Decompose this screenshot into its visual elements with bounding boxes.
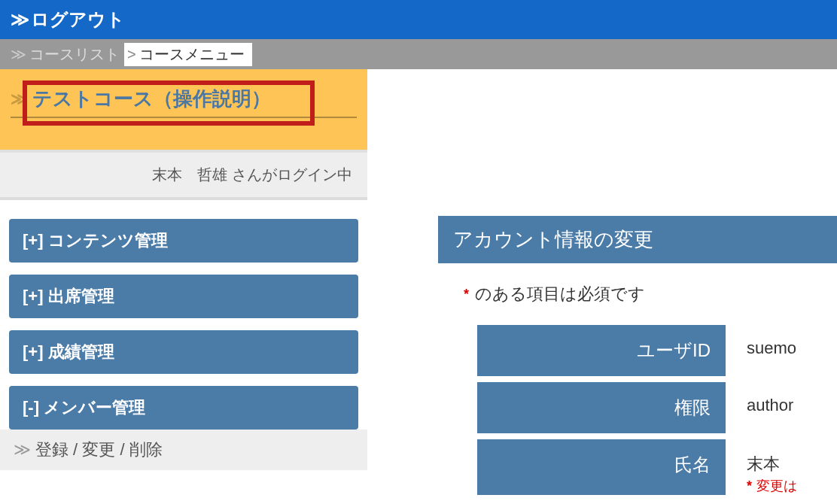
asterisk-icon: * — [464, 287, 469, 302]
breadcrumb-course-menu[interactable]: > コースメニュー — [124, 43, 252, 66]
spacer — [0, 198, 367, 219]
change-note-text: 変更は — [756, 478, 797, 493]
submenu-register-edit-delete[interactable]: ≫ 登録 / 変更 / 削除 — [0, 430, 367, 470]
menu-content-management[interactable]: [+] コンテンツ管理 — [9, 219, 358, 263]
form-value-name: 末本 * 変更は — [726, 439, 797, 495]
submenu-label: 登録 / 変更 / 削除 — [35, 439, 163, 461]
chevron-icon: > — [127, 46, 136, 63]
breadcrumb-label: コースメニュー — [139, 44, 245, 65]
chevron-icon: ≫ — [11, 9, 26, 30]
chevron-icon: ≫ — [11, 90, 28, 109]
course-title: ≫ テストコース（操作説明） — [11, 86, 357, 112]
menu-grades-management[interactable]: [+] 成績管理 — [9, 330, 358, 374]
breadcrumb-label: コースリスト — [29, 44, 120, 65]
body: ≫ テストコース（操作説明） 末本 哲雄 さんがログイン中 [+] コンテンツ管… — [0, 69, 837, 504]
login-status: 末本 哲雄 さんがログイン中 — [0, 150, 367, 198]
form-row-user-id: ユーザID suemo — [477, 325, 837, 376]
form-table: ユーザID suemo 権限 author 氏名 末本 * 変更は — [477, 325, 837, 495]
main-content: アカウント情報の変更 * のある項目は必須です ユーザID suemo 権限 a… — [367, 69, 837, 504]
divider — [11, 117, 357, 118]
form-label-user-id: ユーザID — [477, 325, 726, 376]
menu-attendance-management[interactable]: [+] 出席管理 — [9, 275, 358, 318]
form-label-name: 氏名 — [477, 439, 726, 495]
form-value-role: author — [726, 382, 793, 433]
form-label-role: 権限 — [477, 382, 726, 433]
chevron-icon: ≫ — [11, 45, 26, 63]
chevron-icon: ≫ — [14, 440, 31, 460]
name-value-text: 末本 — [747, 453, 797, 475]
course-title-section: ≫ テストコース（操作説明） — [0, 69, 367, 150]
top-bar: ≫ ログアウト — [0, 0, 837, 39]
sidebar: ≫ テストコース（操作説明） 末本 哲雄 さんがログイン中 [+] コンテンツ管… — [0, 69, 367, 504]
required-note: * のある項目は必須です — [438, 263, 837, 325]
logout-link[interactable]: ログアウト — [31, 8, 125, 32]
form-row-name: 氏名 末本 * 変更は — [477, 439, 837, 495]
menu-member-management[interactable]: [-] メンバー管理 — [9, 386, 358, 430]
form-row-role: 権限 author — [477, 382, 837, 433]
breadcrumb-course-list[interactable]: ≫ コースリスト — [11, 44, 120, 65]
required-note-text: のある項目は必須です — [475, 283, 645, 305]
panel-title: アカウント情報の変更 — [438, 216, 837, 263]
course-title-text: テストコース（操作説明） — [32, 86, 271, 112]
breadcrumb: ≫ コースリスト > コースメニュー — [0, 39, 837, 69]
account-change-panel: アカウント情報の変更 * のある項目は必須です ユーザID suemo 権限 a… — [438, 216, 837, 495]
asterisk-icon: * — [747, 478, 752, 493]
change-note: * 変更は — [747, 475, 797, 495]
form-value-user-id: suemo — [726, 325, 796, 376]
menu-list: [+] コンテンツ管理 [+] 出席管理 [+] 成績管理 [-] メンバー管理 — [0, 219, 367, 430]
